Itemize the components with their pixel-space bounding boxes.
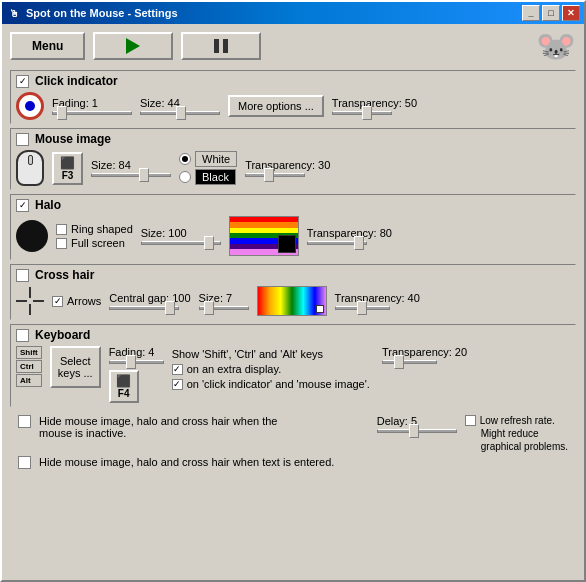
transparency-slider-group-kb: Transparency: 20 — [382, 346, 467, 364]
transparency-slider-ch[interactable] — [335, 306, 390, 310]
fading-slider-kb-thumb[interactable] — [126, 355, 136, 369]
arrows-option[interactable]: ✓ Arrows — [52, 295, 101, 307]
pause-button[interactable] — [181, 32, 261, 60]
fading-slider-kb[interactable] — [109, 360, 164, 364]
transparency-slider-ci[interactable] — [332, 111, 392, 115]
cross-hair-color-indicator — [316, 305, 324, 313]
f4-icon: ⬛ — [116, 374, 131, 388]
full-screen-option[interactable]: Full screen — [56, 237, 133, 249]
pause-bar-right — [223, 39, 228, 53]
refresh-info: Low refresh rate. Might reduce graphical… — [465, 415, 568, 452]
bottom-section: Hide mouse image, halo and cross hair wh… — [10, 411, 576, 473]
extra-display-option[interactable]: ✓ on an extra display. — [172, 363, 370, 375]
size-slider-mi[interactable] — [91, 173, 171, 177]
extra-display-checkbox[interactable]: ✓ — [172, 364, 183, 375]
mouse-wheel — [28, 155, 33, 165]
transparency-slider-ci-thumb[interactable] — [362, 106, 372, 120]
more-options-button[interactable]: More options ... — [228, 95, 324, 117]
halo-section: Halo Ring shaped Full screen Size: 100 — [10, 194, 576, 260]
app-icon: 🖱 — [6, 5, 22, 21]
click-indicator-checkbox[interactable] — [16, 75, 29, 88]
click-indicator-kb-checkbox[interactable]: ✓ — [172, 379, 183, 390]
transparency-slider-mi-thumb[interactable] — [264, 168, 274, 182]
delay-slider-thumb[interactable] — [409, 424, 419, 438]
central-gap-slider-thumb[interactable] — [165, 301, 175, 315]
arrows-checkbox[interactable]: ✓ — [52, 296, 63, 307]
fading-slider[interactable] — [52, 111, 132, 115]
keyboard-icon: Shift Ctrl Alt — [16, 346, 42, 387]
halo-checkbox[interactable] — [16, 199, 29, 212]
play-button[interactable] — [93, 32, 173, 60]
white-radio-option[interactable]: White — [179, 151, 237, 167]
black-label: Black — [195, 169, 236, 185]
ring-shaped-label: Ring shaped — [71, 223, 133, 235]
keyboard-checkbox[interactable] — [16, 329, 29, 342]
window-title: Spot on the Mouse - Settings — [26, 7, 178, 19]
f3-key[interactable]: ⬛ F3 — [52, 152, 83, 185]
full-screen-checkbox[interactable] — [56, 238, 67, 249]
transparency-slider-mi[interactable] — [245, 173, 305, 177]
show-shift-label: Show 'Shift', 'Ctrl' and 'Alt' keys — [172, 348, 370, 360]
titlebar: 🖱 Spot on the Mouse - Settings _ □ ✕ — [2, 2, 584, 24]
arrows-label: Arrows — [67, 295, 101, 307]
crosshair-icon — [16, 287, 44, 315]
size-label-ci: Size: 44 — [140, 97, 180, 109]
delay-slider[interactable] — [377, 429, 457, 433]
transparency-label-halo: Transparency: 80 — [307, 227, 392, 239]
play-icon — [126, 38, 140, 54]
size-slider-ch[interactable] — [199, 306, 249, 310]
size-slider-halo-thumb[interactable] — [204, 236, 214, 250]
size-label-halo: Size: 100 — [141, 227, 187, 239]
pause-bar-left — [214, 39, 219, 53]
halo-icon — [16, 220, 48, 252]
mouse-image-checkbox[interactable] — [16, 133, 29, 146]
cross-hair-color-swatch[interactable] — [257, 286, 327, 316]
size-slider-ch-thumb[interactable] — [204, 301, 214, 315]
graphical-label: graphical problems. — [465, 441, 568, 452]
cross-hair-checkbox[interactable] — [16, 269, 29, 282]
size-slider-halo[interactable] — [141, 241, 221, 245]
hide-inactive-checkbox[interactable] — [18, 415, 31, 428]
minimize-button[interactable]: _ — [522, 5, 540, 21]
transparency-slider-kb[interactable] — [382, 360, 437, 364]
transparency-slider-group-ci: Transparency: 50 — [332, 97, 417, 115]
hide-text-checkbox[interactable] — [18, 456, 31, 469]
transparency-slider-ch-thumb[interactable] — [357, 301, 367, 315]
mouse-image-icon — [16, 150, 44, 186]
black-radio[interactable] — [179, 171, 191, 183]
full-screen-label: Full screen — [71, 237, 125, 249]
central-gap-slider-group: Central gap: 100 — [109, 292, 190, 310]
ring-shaped-checkbox[interactable] — [56, 224, 67, 235]
size-slider-group-mi: Size: 84 — [91, 159, 171, 177]
close-button[interactable]: ✕ — [562, 5, 580, 21]
size-slider-ci[interactable] — [140, 111, 220, 115]
ring-shaped-option[interactable]: Ring shaped — [56, 223, 133, 235]
halo-title: Halo — [35, 198, 61, 212]
hide-inactive-text: Hide mouse image, halo and cross hair wh… — [39, 415, 369, 439]
white-radio[interactable] — [179, 153, 191, 165]
hide-inactive-line2: mouse is inactive. — [39, 427, 126, 439]
click-indicator-kb-label: on 'click indicator' and 'mouse image'. — [187, 378, 370, 390]
transparency-slider-kb-thumb[interactable] — [394, 355, 404, 369]
transparency-label-mi: Transparency: 30 — [245, 159, 330, 171]
click-indicator-kb-option[interactable]: ✓ on 'click indicator' and 'mouse image'… — [172, 378, 370, 390]
toolbar: Menu 🐭 — [10, 30, 576, 62]
low-refresh-checkbox[interactable] — [465, 415, 476, 426]
transparency-slider-halo[interactable] — [307, 241, 367, 245]
halo-color-swatch[interactable] — [229, 216, 299, 256]
app-logo: 🐭 — [536, 30, 576, 62]
delay-group: Delay: 5 — [377, 415, 457, 433]
size-slider-ci-thumb[interactable] — [176, 106, 186, 120]
select-keys-button[interactable]: Select keys ... — [50, 346, 101, 388]
low-refresh-option[interactable]: Low refresh rate. — [465, 415, 568, 426]
maximize-button[interactable]: □ — [542, 5, 560, 21]
black-radio-option[interactable]: Black — [179, 169, 237, 185]
fading-slider-thumb[interactable] — [57, 106, 67, 120]
transparency-slider-halo-thumb[interactable] — [354, 236, 364, 250]
menu-button[interactable]: Menu — [10, 32, 85, 60]
size-slider-mi-thumb[interactable] — [139, 168, 149, 182]
central-gap-slider[interactable] — [109, 306, 179, 310]
keyboard-title: Keyboard — [35, 328, 90, 342]
f4-key[interactable]: ⬛ F4 — [109, 370, 139, 403]
halo-options: Ring shaped Full screen — [56, 223, 133, 249]
